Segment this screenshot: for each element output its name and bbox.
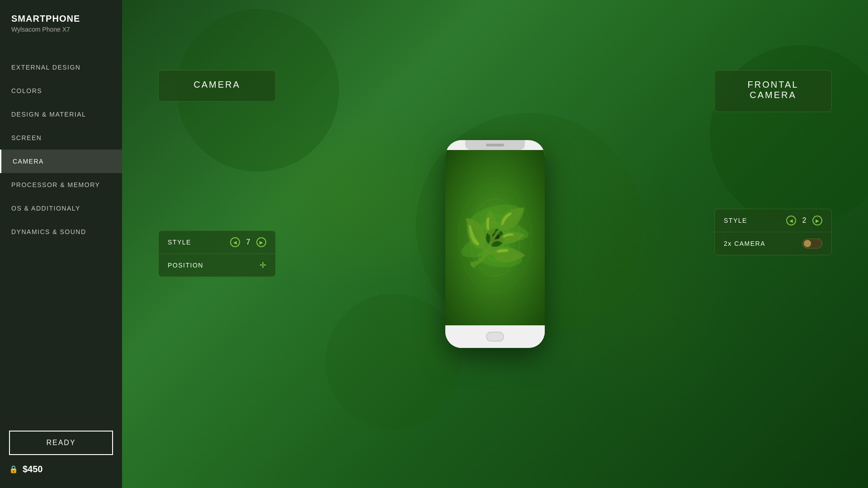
phone-home-button[interactable] [486,332,504,342]
svg-point-6 [458,226,514,263]
phone-bottom [445,325,545,348]
price-value: $450 [23,464,43,474]
svg-point-2 [470,199,520,276]
style-row-main: STYLE ◀ 7 ▶ [159,231,275,254]
svg-point-3 [481,215,509,260]
svg-point-8 [486,229,504,247]
sidebar-item-os-additionally[interactable]: OS & ADDITIONALY [0,197,122,220]
style-control: ◀ 7 ▶ [230,237,266,247]
main-content: CAMERA STYLE ◀ 7 ▶ POSITION ✛ [122,0,868,488]
brand-title: SMARTPHONE [11,14,111,24]
move-icon[interactable]: ✛ [259,260,266,270]
sidebar-item-dynamics-sound[interactable]: DYNAMICS & SOUND [0,220,122,244]
right-style-prev-button[interactable]: ◀ [786,216,796,225]
sidebar-item-design-material[interactable]: DESIGN & MATERIAL [0,103,122,126]
right-2x-camera-row: 2x CAMERA [715,232,831,255]
price-display: 🔒 $450 [9,464,113,474]
svg-point-5 [478,218,530,244]
style-next-button[interactable]: ▶ [256,237,266,247]
right-camera-panel: FRONTAL CAMERA [714,70,832,112]
right-camera-title: FRONTAL CAMERA [715,70,831,105]
right-style-next-button[interactable]: ▶ [812,216,822,225]
sidebar-item-external-design[interactable]: EXTERNAL DESIGN [0,56,122,79]
right-2x-toggle-knob [804,240,811,247]
phone-screen-content [445,150,545,325]
right-style-row-main: STYLE ◀ 2 ▶ [715,209,831,232]
left-mp-list [159,94,275,101]
right-style-label: STYLE [724,217,747,224]
phone-mockup [445,140,545,348]
sidebar-item-camera[interactable]: CAMERA [0,150,122,173]
sidebar-nav: EXTERNAL DESIGNCOLORSDESIGN & MATERIALSC… [0,56,122,431]
brand-section: SMARTPHONE Wylsacom Phone X7 [0,14,122,56]
phone-top-bar [465,140,525,150]
brand-subtitle: Wylsacom Phone X7 [11,26,111,33]
phone-screen [445,150,545,325]
style-value: 7 [244,238,253,246]
right-style-panel: STYLE ◀ 2 ▶ 2x CAMERA [714,209,832,255]
right-2x-camera-toggle[interactable] [802,239,822,249]
left-style-panel: STYLE ◀ 7 ▶ POSITION ✛ [158,230,276,277]
ready-button[interactable]: READY [9,431,113,455]
sidebar-item-screen[interactable]: SCREEN [0,126,122,150]
svg-point-7 [476,247,523,269]
left-camera-panel: CAMERA [158,70,276,102]
sidebar-item-colors[interactable]: COLORS [0,79,122,103]
svg-rect-0 [445,150,545,325]
style-label: STYLE [168,239,191,246]
sidebar-bottom: READY 🔒 $450 [0,431,122,474]
right-2x-camera-label: 2x CAMERA [724,240,765,247]
phone-speaker [486,144,504,146]
right-mp-list [715,105,831,112]
svg-point-9 [491,233,500,242]
position-label: POSITION [168,262,203,269]
left-camera-title: CAMERA [159,70,275,94]
position-row: POSITION ✛ [159,254,275,277]
right-style-control: ◀ 2 ▶ [786,216,822,225]
right-style-value: 2 [800,216,809,225]
lock-icon: 🔒 [9,465,18,474]
sidebar: SMARTPHONE Wylsacom Phone X7 EXTERNAL DE… [0,0,122,488]
style-prev-button[interactable]: ◀ [230,237,240,247]
sidebar-item-processor-memory[interactable]: PROCESSOR & MEMORY [0,173,122,197]
